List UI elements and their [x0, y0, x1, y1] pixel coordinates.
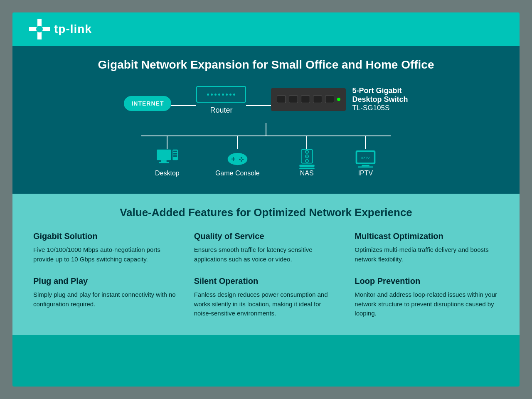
svg-rect-29 — [362, 165, 369, 167]
svg-point-21 — [306, 156, 307, 157]
svg-rect-7 — [173, 151, 177, 153]
feature-loop-desc: Monitor and address loop-related issues … — [355, 290, 499, 318]
router-label: Router — [210, 106, 232, 115]
feature-loop-title: Loop Prevention — [355, 276, 499, 286]
svg-point-2 — [36, 26, 43, 32]
tv-icon: IPTV — [354, 149, 377, 170]
line-router-switch — [246, 105, 271, 106]
feature-qos: Quality of Service Ensures smooth traffi… — [194, 232, 338, 264]
svg-rect-25 — [299, 167, 314, 169]
router-device — [196, 86, 246, 103]
desktop-icon — [156, 149, 179, 170]
device-branches: Desktop Game Console — [137, 136, 395, 177]
features-title: Value-Added Features for Optimized Netwo… — [33, 206, 499, 219]
svg-text:IPTV: IPTV — [361, 156, 370, 160]
gamepad-icon — [226, 149, 249, 170]
svg-point-16 — [241, 160, 242, 162]
feature-silent: Silent Operation Fanless design reduces … — [194, 276, 338, 318]
feature-pnp-desc: Simply plug and play for instant connect… — [33, 290, 177, 309]
feature-silent-desc: Fanless design reduces power consumption… — [194, 290, 338, 318]
svg-rect-4 — [161, 160, 167, 162]
line-internet-router — [171, 105, 196, 106]
svg-rect-9 — [173, 155, 177, 157]
feature-pnp: Plug and Play Simply plug and play for i… — [33, 276, 177, 318]
features-grid: Gigabit Solution Five 10/100/1000 Mbps a… — [33, 232, 499, 318]
svg-point-10 — [227, 153, 247, 165]
svg-rect-5 — [159, 162, 169, 163]
feature-loop: Loop Prevention Monitor and address loop… — [355, 276, 499, 318]
diagram-title: Gigabit Network Expansion for Small Offi… — [33, 58, 499, 71]
feature-silent-title: Silent Operation — [194, 276, 338, 286]
svg-point-14 — [242, 159, 244, 160]
svg-rect-8 — [173, 153, 177, 155]
top-header: tp-link — [12, 12, 520, 46]
switch-model: TL-SG105S — [352, 104, 408, 112]
desktop-label: Desktop — [155, 170, 180, 177]
feature-multicast-title: Multicast Optimization — [355, 232, 499, 241]
feature-multicast: Multicast Optimization Optimizes multi-m… — [355, 232, 499, 264]
feature-gigabit-title: Gigabit Solution — [33, 232, 177, 241]
network-tree: Desktop Game Console — [33, 123, 499, 177]
feature-multicast-desc: Optimizes multi-media traffic delivery a… — [355, 245, 499, 264]
product-box: tp-link Gigabit Network Expansion for Sm… — [12, 12, 520, 387]
switch-name2: Desktop Switch — [352, 95, 408, 104]
svg-rect-3 — [157, 150, 171, 160]
switch-info: 5-Port Gigabit Desktop Switch TL-SG105S — [352, 86, 408, 112]
switch-name: 5-Port Gigabit — [352, 86, 408, 95]
branch-gameconsole: Game Console — [215, 136, 260, 177]
brand-logo: tp-link — [29, 19, 92, 39]
router-box: Router — [196, 86, 246, 115]
gameconsole-label: Game Console — [215, 170, 260, 177]
svg-rect-12 — [232, 159, 235, 160]
svg-rect-30 — [358, 166, 373, 167]
branch-desktop: Desktop — [155, 136, 180, 177]
feature-qos-title: Quality of Service — [194, 232, 338, 241]
svg-rect-24 — [299, 165, 314, 167]
switch-device — [271, 88, 346, 111]
feature-gigabit: Gigabit Solution Five 10/100/1000 Mbps a… — [33, 232, 177, 264]
svg-point-19 — [306, 151, 307, 152]
feature-qos-desc: Ensures smooth traffic for latency sensi… — [194, 245, 338, 264]
feature-pnp-title: Plug and Play — [33, 276, 177, 286]
internet-label: INTERNET — [124, 96, 171, 111]
switch-area: 5-Port Gigabit Desktop Switch TL-SG105S — [271, 86, 408, 112]
branch-nas: NAS — [296, 136, 318, 177]
svg-point-13 — [241, 157, 242, 159]
nas-icon — [296, 149, 318, 170]
features-section: Value-Added Features for Optimized Netwo… — [12, 194, 520, 335]
nas-label: NAS — [300, 170, 314, 177]
iptv-label: IPTV — [358, 170, 373, 177]
feature-gigabit-desc: Five 10/100/1000 Mbps auto-negotiation p… — [33, 245, 177, 264]
svg-point-23 — [306, 160, 307, 161]
tp-link-icon — [29, 19, 50, 39]
svg-point-15 — [239, 159, 241, 160]
brand-name: tp-link — [54, 22, 92, 36]
branch-iptv: IPTV IPTV — [354, 136, 377, 177]
diagram-section: Gigabit Network Expansion for Small Offi… — [12, 46, 520, 194]
